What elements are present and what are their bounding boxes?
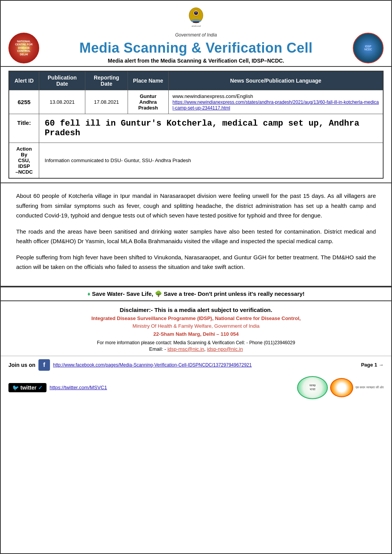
email-sep: , [204, 346, 207, 352]
twitter-logo: 🐦 twitter ✓ [8, 383, 47, 392]
ncdc-logo: NATIONALCENTRE FORDISEASECONTROLDELHI [8, 33, 39, 63]
col-place-name: Place Name [128, 71, 168, 90]
disclaimer-email: Email: - idsp-msc@nic.in, idsp-npo@nic.i… [8, 346, 384, 352]
action-row: Action By CSU, IDSP –NCDC Information co… [9, 143, 383, 179]
table-section: Alert ID Publication Date Reporting Date… [1, 67, 391, 183]
header: सत्यमेव जयते Government of India NATIONA… [1, 1, 391, 67]
cell-rep-date: 17.08.2021 [85, 90, 128, 114]
col-news-source: News Source/Publication Language [168, 71, 383, 90]
place-name-text: GunturAndhra Pradesh [138, 93, 158, 111]
news-source-link[interactable]: https://www.newindianexpress.com/states/… [173, 100, 379, 111]
footer-bottom: Join us on f http://www.facebook.com/pag… [1, 356, 391, 374]
col-alert-id: Alert ID [9, 71, 39, 90]
main-title: Media Scanning & Verification Cell [79, 40, 312, 56]
disclaimer-title: Disclaimer:- This is a media alert subje… [8, 307, 384, 313]
diamond-icon: ♦ [87, 290, 90, 297]
svg-text:सत्यमेव जयते: सत्यमेव जयते [191, 25, 201, 27]
idsp-logo-text: IDSPNCDC [364, 45, 372, 51]
disclaimer-section: Disclaimer:- This is a media alert subje… [1, 301, 391, 356]
page-arrow-icon: → [379, 362, 384, 368]
ncdc-logo-text: NATIONALCENTRE FORDISEASECONTROLDELHI [15, 40, 33, 56]
govt-label: Government of India [175, 32, 217, 38]
join-us-label: Join us on [8, 362, 35, 368]
india-badge-icon: भारत [330, 378, 353, 397]
twitter-section: 🐦 twitter ✓ https://twitter.com/MSVC1 स्… [1, 374, 391, 403]
swachh-badge-text: स्वच्छभारत [309, 384, 316, 392]
sub-title: Media alert from the Media Scanning & Ve… [8, 58, 384, 64]
alert-table: Alert ID Publication Date Reporting Date… [8, 71, 384, 179]
bottom-tagline: एक कदम स्वच्छता की ओर [355, 386, 384, 390]
cell-news-source: www.newindianexpress.com/English https:/… [168, 90, 383, 114]
content-section: About 60 people of Kotcherla village in … [1, 183, 391, 287]
email-prefix: Email: - [149, 346, 168, 352]
twitter-checkmark-icon: ✓ [38, 385, 43, 391]
disclaimer-address: 22-Sham Nath Marg, Delhi – 110 054 [8, 330, 384, 338]
india-text: भारत [339, 386, 345, 390]
svg-rect-5 [193, 22, 199, 23]
emblem-icon: सत्यमेव जयते [184, 5, 208, 32]
facebook-icon: f [38, 359, 50, 371]
disclaimer-line2: Ministry Of Health & Family Welfare, Gov… [8, 322, 384, 330]
cell-alert-id: 6255 [9, 90, 39, 114]
twitter-bird-icon: 🐦 [12, 385, 19, 391]
title-text: 60 fell ill in Guntur's Kotcherla, medic… [39, 114, 383, 143]
content-para3: People suffering from high fever have be… [16, 252, 376, 272]
title-row: Title: 60 fell ill in Guntur's Kotcherla… [9, 114, 383, 143]
cell-pub-date: 13.08.2021 [39, 90, 85, 114]
swachh-bharat-badge: स्वच्छभारत भारत एक कदम स्वच्छता की ओर [297, 376, 384, 399]
join-us-row: Join us on f http://www.facebook.com/pag… [8, 359, 252, 371]
footer-banner: ♦ Save Water- Save Life, 🌳 Save a tree- … [1, 287, 391, 301]
news-source-domain: www.newindianexpress.com/English [173, 93, 253, 99]
col-pub-date: Publication Date [39, 71, 85, 90]
content-para2: The roads and the areas have been saniti… [16, 227, 376, 246]
page-num-value: 1 [374, 362, 377, 368]
page-number: Page 1 → [361, 362, 384, 368]
email-link-1[interactable]: idsp-msc@nic.in [168, 346, 204, 352]
title-label: Title: [9, 114, 39, 143]
email-link-2[interactable]: idsp-npo@nic.in [207, 346, 243, 352]
swachh-badge-icon: स्वच्छभारत [297, 376, 328, 399]
idsp-globe-logo: IDSPNCDC [353, 33, 384, 63]
action-text: Information communicated to DSU- Guntur,… [39, 143, 383, 179]
col-rep-date: Reporting Date [85, 71, 128, 90]
table-row: 6255 13.08.2021 17.08.2021 GunturAndhra … [9, 90, 383, 114]
disclaimer-contact: For more information please contact: Med… [8, 340, 384, 345]
tree-icon: 🌳 [155, 290, 162, 297]
footer-banner-text: Save Water- Save Life, 🌳 Save a tree- Do… [92, 290, 304, 297]
facebook-link[interactable]: http://www.facebook.com/pages/Media-Scan… [53, 362, 252, 368]
twitter-link[interactable]: https://twitter.com/MSVC1 [50, 385, 107, 390]
disclaimer-line1: Integrated Disease Surveillance Programm… [8, 315, 384, 323]
twitter-row: 🐦 twitter ✓ https://twitter.com/MSVC1 [8, 383, 107, 392]
cell-place-name: GunturAndhra Pradesh [128, 90, 168, 114]
content-para1: About 60 people of Kotcherla village in … [16, 191, 376, 221]
page-label: Page [361, 362, 374, 368]
action-label: Action By CSU, IDSP –NCDC [9, 143, 39, 179]
